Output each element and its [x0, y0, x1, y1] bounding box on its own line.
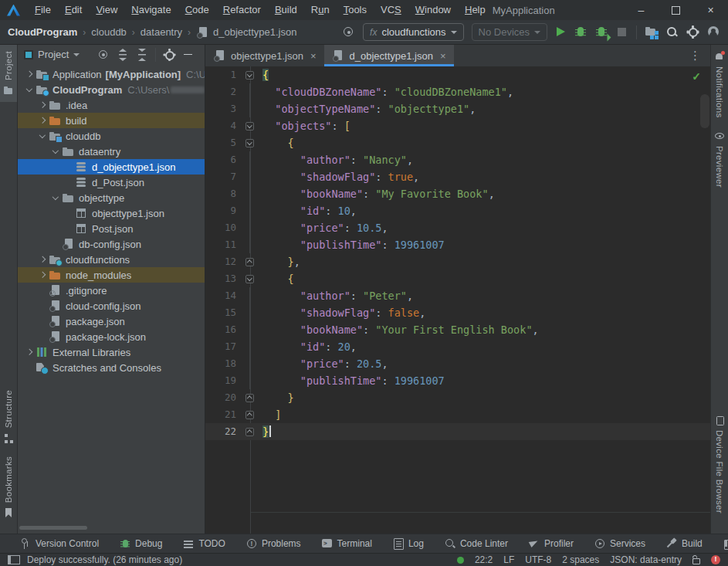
- chevron-right-icon[interactable]: [36, 273, 49, 277]
- menu-view[interactable]: View: [89, 0, 124, 20]
- code-line-7[interactable]: 7"shadowFlag": true,: [205, 168, 710, 185]
- tree-item-db-config-json[interactable]: db-config.json: [18, 236, 205, 252]
- tree-item-package-lock-json[interactable]: package-lock.json: [18, 329, 205, 344]
- tool-button-problems[interactable]: Problems: [246, 538, 301, 549]
- code-line-19[interactable]: 19"publishTime": 19961007: [205, 372, 710, 389]
- error-indicator-icon[interactable]: [711, 555, 720, 564]
- fold-marker-icon[interactable]: [242, 389, 256, 406]
- tool-button-todo[interactable]: TODO: [183, 538, 225, 549]
- debug-button[interactable]: [574, 25, 587, 39]
- chevron-down-icon[interactable]: [49, 151, 62, 153]
- editor-tab-d-objecttype1-json[interactable]: d_objecttype1.json×: [324, 45, 454, 66]
- select-opened-file-button[interactable]: [97, 49, 110, 61]
- fold-marker-icon[interactable]: [242, 270, 256, 287]
- tool-button-services[interactable]: Services: [594, 538, 645, 549]
- code-line-20[interactable]: 20}: [205, 389, 710, 406]
- code-line-12[interactable]: 12},: [205, 253, 710, 270]
- collapse-all-button[interactable]: [136, 49, 148, 61]
- tree-item-build[interactable]: build: [18, 113, 205, 128]
- run-configuration-select[interactable]: fx cloudfunctions: [363, 23, 463, 41]
- breadcrumb-item-clouddb[interactable]: clouddb: [91, 26, 127, 38]
- panel-options-button[interactable]: [163, 49, 175, 61]
- stripe-tab-notifications[interactable]: Notifications: [711, 45, 728, 124]
- tree-item-d-post-json[interactable]: d_Post.json: [18, 175, 205, 190]
- tree-item-d-objecttype1-json[interactable]: d_objecttype1.json: [18, 159, 205, 175]
- line-separator[interactable]: LF: [503, 554, 514, 565]
- code-line-2[interactable]: 2"cloudDBZoneName": "cloudDBZoneName1",: [205, 83, 710, 100]
- menu-refactor[interactable]: Refactor: [216, 0, 268, 20]
- menu-help[interactable]: Help: [458, 0, 493, 20]
- tree-item-post-json[interactable]: Post.json: [18, 221, 205, 236]
- code-line-14[interactable]: 14"author": "Peter",: [205, 287, 710, 304]
- stripe-tab-device-file-browser[interactable]: Device File Browser: [711, 408, 728, 520]
- menu-file[interactable]: File: [28, 0, 58, 20]
- settings-button[interactable]: [686, 25, 699, 39]
- tree-item-scratches-and-consoles[interactable]: Scratches and Consoles: [18, 360, 205, 375]
- file-encoding[interactable]: UTF-8: [525, 554, 551, 565]
- hide-panel-button[interactable]: [182, 49, 195, 61]
- stripe-tab-structure[interactable]: Structure: [0, 384, 17, 449]
- menu-navigate[interactable]: Navigate: [124, 0, 178, 20]
- tool-button-version-control[interactable]: Version Control: [20, 538, 99, 549]
- stop-button[interactable]: [615, 25, 628, 39]
- expand-all-button[interactable]: [117, 49, 129, 61]
- tree-item-cloudfunctions[interactable]: cloudfunctions: [18, 252, 205, 267]
- tree-item-cloud-config-json[interactable]: cloud-config.json: [18, 298, 205, 314]
- file-type[interactable]: JSON: data-entry: [610, 554, 682, 565]
- editor-scrollbar[interactable]: [700, 94, 709, 128]
- tree-item-cloudprogram[interactable]: CloudProgramC:\Users\: [18, 82, 205, 97]
- code-line-13[interactable]: 13{: [205, 270, 710, 287]
- stripe-tab-project[interactable]: Project: [0, 45, 17, 102]
- code-line-1[interactable]: 1{: [205, 66, 710, 83]
- chevron-down-icon[interactable]: [49, 197, 62, 199]
- tree-item-objecttype[interactable]: objecttype: [18, 190, 205, 205]
- stripe-tab-previewer[interactable]: Previewer: [711, 124, 728, 194]
- account-avatar[interactable]: [707, 25, 720, 39]
- maximize-button[interactable]: [659, 0, 693, 20]
- breadcrumb-item-dataentry[interactable]: dataentry: [141, 26, 182, 38]
- project-horizontal-scrollbar[interactable]: [19, 526, 87, 530]
- tree-item-node-modules[interactable]: node_modules: [18, 267, 205, 283]
- fold-marker-icon[interactable]: [242, 253, 256, 270]
- tab-options-icon[interactable]: ⋮: [680, 45, 710, 66]
- code-line-9[interactable]: 9"id": 10,: [205, 202, 710, 219]
- menu-vcs[interactable]: VCS: [374, 0, 408, 20]
- tree-item-external-libraries[interactable]: External Libraries: [18, 344, 205, 360]
- project-view-selector[interactable]: Project: [24, 49, 80, 60]
- code-line-11[interactable]: 11"publishTime": 19961007: [205, 236, 710, 253]
- code-line-4[interactable]: 4"objects": [: [205, 117, 710, 134]
- chevron-right-icon[interactable]: [36, 103, 49, 107]
- fold-marker-icon[interactable]: [242, 406, 256, 423]
- fold-marker-icon[interactable]: [242, 117, 256, 134]
- menu-window[interactable]: Window: [408, 0, 458, 20]
- device-file-browser-button[interactable]: [645, 25, 658, 39]
- tree-item-package-json[interactable]: package.json: [18, 314, 205, 329]
- close-tab-icon[interactable]: ×: [440, 50, 446, 62]
- fold-marker-icon[interactable]: [242, 423, 256, 440]
- code-line-18[interactable]: 18"price": 20.5,: [205, 355, 710, 372]
- chevron-right-icon[interactable]: [22, 350, 36, 354]
- menu-tools[interactable]: Tools: [337, 0, 374, 20]
- code-line-6[interactable]: 6"author": "Nancy",: [205, 151, 710, 168]
- menu-run[interactable]: Run: [304, 0, 337, 20]
- run-button[interactable]: [555, 25, 566, 39]
- tool-button-build[interactable]: Build: [666, 538, 703, 549]
- editor-body[interactable]: 1{2"cloudDBZoneName": "cloudDBZoneName1"…: [205, 66, 710, 534]
- close-button[interactable]: ×: [693, 0, 728, 20]
- tree-item-idea[interactable]: .idea: [18, 97, 205, 113]
- menu-build[interactable]: Build: [268, 0, 304, 20]
- close-tab-icon[interactable]: ×: [310, 50, 317, 62]
- code-line-8[interactable]: 8"bookName": "My Favorite Book",: [205, 185, 710, 202]
- tool-button-profiler[interactable]: Profiler: [529, 538, 574, 549]
- readonly-lock-icon[interactable]: [692, 558, 700, 564]
- minimize-button[interactable]: –: [624, 0, 659, 20]
- code-line-21[interactable]: 21]: [205, 406, 710, 423]
- code-line-15[interactable]: 15"shadowFlag": false,: [205, 304, 710, 321]
- search-everywhere-button[interactable]: [665, 25, 679, 39]
- code-line-22[interactable]: 22}: [205, 423, 710, 440]
- tree-item-objecttype1-json[interactable]: objecttype1.json: [18, 205, 205, 221]
- menu-edit[interactable]: Edit: [58, 0, 89, 20]
- fold-marker-icon[interactable]: [242, 134, 256, 151]
- code-line-17[interactable]: 17"id": 20,: [205, 338, 710, 355]
- attach-target-icon[interactable]: [342, 25, 355, 39]
